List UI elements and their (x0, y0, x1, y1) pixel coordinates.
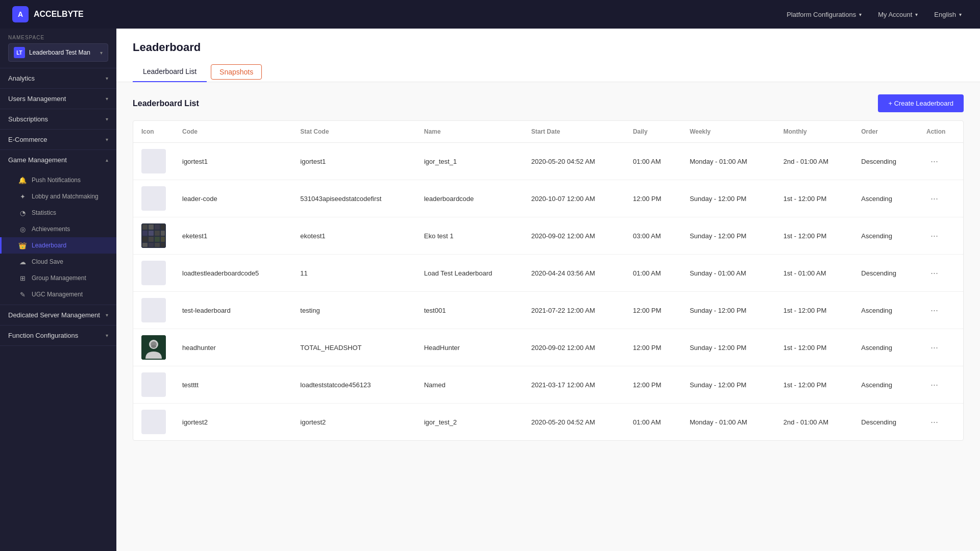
row-monthly-3: 1st - 01:00 AM (775, 255, 853, 292)
sidebar-section-label-users-management: Users Management (8, 95, 66, 103)
column-header-name: Name (416, 121, 523, 143)
row-action-button-3[interactable]: ··· (926, 266, 942, 281)
my-account-btn[interactable]: My Account ▾ (872, 8, 924, 21)
row-startDate-4: 2021-07-22 12:00 AM (523, 292, 625, 329)
row-statCode-6: loadteststatcode456123 (292, 366, 415, 404)
sidebar-item-lobby-matchmaking[interactable]: ✦Lobby and Matchmaking (0, 188, 116, 205)
sidebar-item-label-achievements: Achievements (32, 226, 70, 233)
column-header-order: Order (853, 121, 918, 143)
row-statCode-1: 531043apiseedstatcodefirst (292, 180, 415, 217)
namespace-section: NAMESPACE LT Leaderboard Test Man ▾ (0, 29, 116, 68)
sidebar-section-e-commerce: E-Commerce▾ (0, 130, 116, 150)
logo-icon: A (12, 6, 29, 22)
row-code-5: headhunter (174, 329, 292, 366)
row-action-button-2[interactable]: ··· (926, 229, 942, 243)
sidebar-section-header-game-management[interactable]: Game Management▴ (0, 150, 116, 170)
svg-rect-7 (155, 231, 160, 236)
sidebar-item-label-cloud-save: Cloud Save (32, 258, 63, 265)
row-statCode-5: TOTAL_HEADSHOT (292, 329, 415, 366)
row-icon-5 (133, 329, 174, 366)
sidebar-section-header-function-configurations[interactable]: Function Configurations▾ (0, 325, 116, 345)
sidebar-item-group-management[interactable]: ⊞Group Management (0, 270, 116, 286)
sidebar-section-chevron-subscriptions: ▾ (106, 116, 108, 122)
row-action-button-7[interactable]: ··· (926, 415, 942, 430)
sidebar-item-statistics[interactable]: ◔Statistics (0, 205, 116, 221)
row-startDate-1: 2020-10-07 12:00 AM (523, 180, 625, 217)
column-header-icon: Icon (133, 121, 174, 143)
row-statCode-4: testing (292, 292, 415, 329)
svg-rect-16 (161, 243, 165, 247)
sidebar-section-chevron-e-commerce: ▾ (106, 137, 108, 142)
row-order-7: Descending (853, 404, 918, 441)
namespace-selector[interactable]: LT Leaderboard Test Man ▾ (8, 43, 108, 62)
sidebar-item-cloud-save[interactable]: ☁Cloud Save (0, 254, 116, 270)
sidebar-item-label-lobby-matchmaking: Lobby and Matchmaking (32, 193, 99, 200)
row-name-3: Load Test Leaderboard (416, 255, 523, 292)
table-row: igortest1igortest1igor_test_12020-05-20 … (133, 143, 963, 180)
svg-rect-10 (149, 237, 154, 242)
language-btn[interactable]: English ▾ (928, 8, 968, 21)
row-daily-2: 03:00 AM (625, 217, 681, 255)
sidebar-section-chevron-game-management: ▴ (106, 157, 108, 163)
row-action-button-6[interactable]: ··· (926, 378, 942, 392)
sidebar-section-header-users-management[interactable]: Users Management▾ (0, 89, 116, 109)
row-weekly-1: Sunday - 12:00 PM (681, 180, 775, 217)
row-order-5: Ascending (853, 329, 918, 366)
row-action-button-1[interactable]: ··· (926, 191, 942, 206)
list-header: Leaderboard List + Create Leaderboard (133, 94, 964, 112)
tab-snapshots[interactable]: Snapshots (211, 64, 262, 80)
svg-rect-14 (149, 243, 154, 247)
row-order-1: Ascending (853, 180, 918, 217)
row-action-button-4[interactable]: ··· (926, 303, 942, 318)
row-code-3: loadtestleaderboardcode5 (174, 255, 292, 292)
svg-rect-4 (161, 224, 165, 230)
row-startDate-3: 2020-04-24 03:56 AM (523, 255, 625, 292)
row-monthly-2: 1st - 12:00 PM (775, 217, 853, 255)
table-head: IconCodeStat CodeNameStart DateDailyWeek… (133, 121, 963, 143)
leaderboard-table-container: IconCodeStat CodeNameStart DateDailyWeek… (133, 120, 964, 441)
row-code-0: igortest1 (174, 143, 292, 180)
sidebar-section-header-dedicated-server[interactable]: Dedicated Server Management▾ (0, 305, 116, 325)
row-weekly-6: Sunday - 12:00 PM (681, 366, 775, 404)
sidebar-section-header-e-commerce[interactable]: E-Commerce▾ (0, 130, 116, 149)
row-action-button-0[interactable]: ··· (926, 154, 942, 169)
row-monthly-6: 1st - 12:00 PM (775, 366, 853, 404)
svg-rect-2 (149, 224, 154, 230)
svg-rect-13 (142, 243, 148, 247)
sidebar-section-label-e-commerce: E-Commerce (8, 136, 47, 143)
row-weekly-5: Sunday - 12:00 PM (681, 329, 775, 366)
row-code-2: eketest1 (174, 217, 292, 255)
row-daily-6: 12:00 PM (625, 366, 681, 404)
platform-config-chevron: ▾ (859, 12, 862, 17)
sidebar-item-push-notifications[interactable]: 🔔Push Notifications (0, 172, 116, 188)
row-statCode-3: 11 (292, 255, 415, 292)
row-daily-7: 01:00 AM (625, 404, 681, 441)
row-monthly-5: 1st - 12:00 PM (775, 329, 853, 366)
row-order-0: Descending (853, 143, 918, 180)
sidebar-item-achievements[interactable]: ◎Achievements (0, 221, 116, 237)
row-action-button-5[interactable]: ··· (926, 340, 942, 355)
row-daily-0: 01:00 AM (625, 143, 681, 180)
sidebar-section-label-analytics: Analytics (8, 74, 35, 82)
row-startDate-5: 2020-09-02 12:00 AM (523, 329, 625, 366)
svg-rect-8 (161, 231, 165, 236)
sidebar-item-ugc-management[interactable]: ✎UGC Management (0, 286, 116, 303)
sidebar-section-header-subscriptions[interactable]: Subscriptions▾ (0, 109, 116, 129)
sidebar-item-leaderboard[interactable]: 👑Leaderboard (0, 237, 116, 254)
row-icon-3 (133, 255, 174, 292)
row-action-0: ··· (918, 143, 963, 180)
sidebar-section-header-analytics[interactable]: Analytics▾ (0, 68, 116, 88)
row-order-4: Ascending (853, 292, 918, 329)
table-row: headhunterTOTAL_HEADSHOTHeadHunter2020-0… (133, 329, 963, 366)
namespace-label: NAMESPACE (8, 35, 108, 40)
sidebar-section-function-configurations: Function Configurations▾ (0, 325, 116, 346)
tab-leaderboard-list[interactable]: Leaderboard List (133, 62, 207, 82)
create-leaderboard-button[interactable]: + Create Leaderboard (878, 94, 964, 112)
platform-configurations-btn[interactable]: Platform Configurations ▾ (780, 8, 868, 21)
sidebar-section-chevron-users-management: ▾ (106, 96, 108, 102)
sidebar-item-icon-lobby-matchmaking: ✦ (18, 192, 27, 201)
my-account-chevron: ▾ (915, 12, 918, 17)
sidebar-section-game-management: Game Management▴🔔Push Notifications✦Lobb… (0, 150, 116, 305)
row-monthly-0: 2nd - 01:00 AM (775, 143, 853, 180)
table-body: igortest1igortest1igor_test_12020-05-20 … (133, 143, 963, 441)
